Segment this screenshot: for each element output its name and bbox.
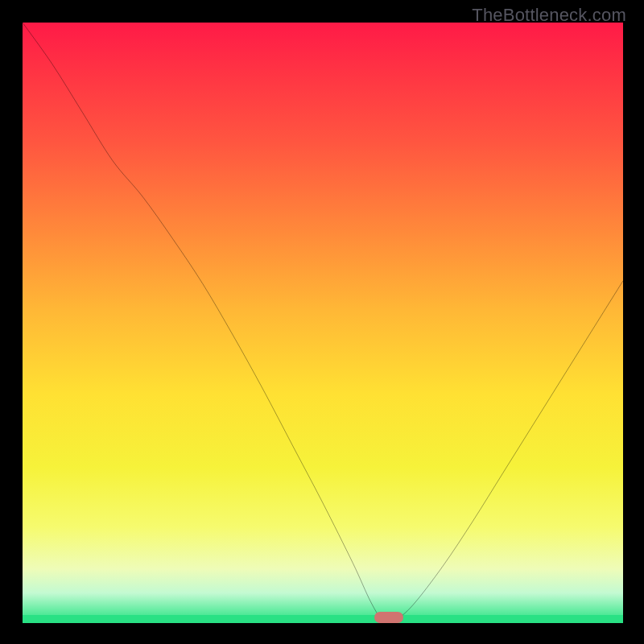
plot-area — [23, 23, 623, 623]
chart-frame: TheBottleneck.com — [0, 0, 644, 644]
bottleneck-curve — [23, 23, 623, 623]
curve-path — [23, 23, 623, 622]
optimum-marker — [374, 612, 403, 623]
watermark-text: TheBottleneck.com — [472, 5, 626, 26]
